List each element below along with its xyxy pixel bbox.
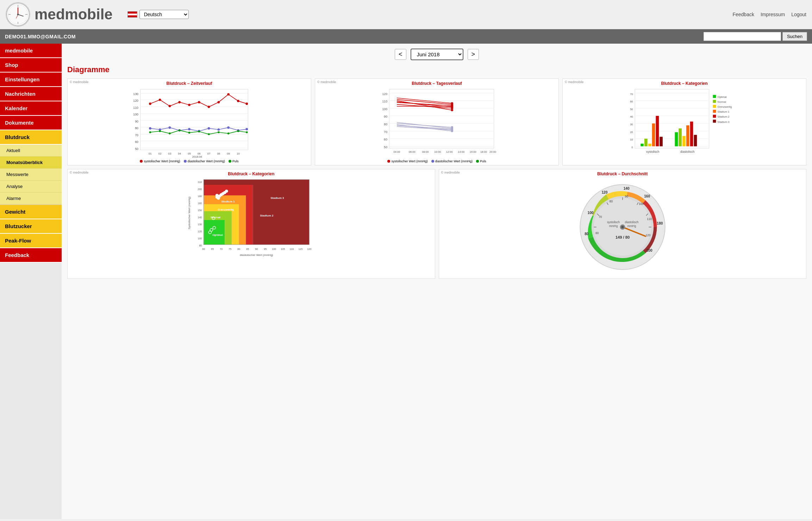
- sidebar-item-blutzucker[interactable]: Blutzucker: [0, 219, 62, 234]
- svg-text:90: 90: [135, 120, 138, 123]
- svg-text:140: 140: [623, 187, 629, 190]
- svg-text:14:00: 14:00: [458, 150, 464, 153]
- svg-text:Stadium 1: Stadium 1: [221, 200, 235, 203]
- top-right-nav: Feedback Impressum Logout: [732, 12, 806, 17]
- svg-text:16:00: 16:00: [470, 150, 476, 153]
- svg-text:60: 60: [630, 100, 633, 103]
- sidebar-item-feedback[interactable]: Feedback: [0, 248, 62, 263]
- sidebar-item-aktuell[interactable]: Aktuell: [0, 145, 62, 157]
- svg-text:100: 100: [198, 237, 202, 240]
- sidebar-item-nachrichten[interactable]: Nachrichten: [0, 87, 62, 101]
- svg-text:140: 140: [198, 216, 202, 219]
- charts-row-2: © medmobile Blutdruck – Kategorien: [67, 169, 806, 279]
- svg-text:100: 100: [272, 248, 276, 250]
- svg-rect-142: [648, 144, 651, 146]
- svg-text:70: 70: [599, 215, 602, 219]
- sidebar-item-medmobile[interactable]: medmobile: [0, 44, 62, 58]
- svg-text:12:00: 12:00: [446, 150, 453, 153]
- svg-rect-158: [713, 105, 716, 108]
- sidebar-item-shop[interactable]: Shop: [0, 58, 62, 73]
- svg-point-107: [451, 109, 453, 111]
- svg-text:diastolisch: diastolisch: [680, 150, 694, 153]
- language-selector-wrap: Deutsch English: [127, 10, 189, 19]
- logout-link[interactable]: Logout: [791, 12, 806, 17]
- svg-text:40: 40: [630, 115, 633, 118]
- feedback-link[interactable]: Feedback: [732, 12, 754, 17]
- svg-point-9: [17, 14, 19, 15]
- sidebar-item-dokumente[interactable]: Dokumente: [0, 116, 62, 130]
- logo-med: med: [35, 6, 65, 23]
- sidebar-item-einstellungen[interactable]: Einstellungen: [0, 73, 62, 87]
- legend-tagesverlauf: systolischer Wert (mmHg) diastolischer W…: [317, 159, 556, 163]
- flag-icon: [127, 11, 137, 18]
- sidebar-item-analyse[interactable]: Analyse: [0, 181, 62, 193]
- svg-text:Stadium 2: Stadium 2: [260, 214, 274, 217]
- svg-text:02: 02: [158, 152, 162, 155]
- svg-rect-140: [641, 144, 644, 146]
- svg-point-54: [179, 129, 181, 131]
- language-select[interactable]: Deutsch English: [139, 10, 189, 19]
- svg-text:60: 60: [202, 248, 205, 250]
- svg-text:Stadium 1: Stadium 1: [718, 110, 730, 113]
- prev-month-button[interactable]: <: [395, 49, 406, 60]
- svg-text:130: 130: [198, 223, 202, 226]
- svg-point-61: [246, 131, 248, 133]
- svg-text:08:00: 08:00: [422, 150, 429, 153]
- svg-point-34: [198, 101, 200, 103]
- user-bar: DEMO01.MMO@GMAIL.COM Suchen: [0, 29, 812, 44]
- copyright-durchschnitt: © medmobile: [441, 171, 460, 174]
- svg-point-50: [246, 128, 248, 131]
- svg-point-59: [227, 132, 230, 134]
- sidebar-item-messwerte[interactable]: Messwerte: [0, 169, 62, 181]
- svg-rect-143: [652, 124, 655, 146]
- sidebar-item-gewicht[interactable]: Gewicht: [0, 205, 62, 219]
- chart-tagesverlauf: © medmobile Blutdruck – Tagesverlauf 50 …: [315, 79, 559, 165]
- title-zeitverlauf: Blutdruck – Zeitverlauf: [70, 81, 309, 86]
- sidebar-item-monatsueberblick[interactable]: Monatsüberblick: [0, 157, 62, 169]
- svg-text:Grenzwertig: Grenzwertig: [718, 105, 732, 108]
- svg-point-55: [188, 132, 190, 134]
- search-input[interactable]: [704, 32, 781, 41]
- svg-text:70: 70: [630, 93, 633, 96]
- gauge-container: 80 100 120 140 160 180 200 60 70 80 90 1…: [441, 178, 804, 276]
- copyright-kategorien-scatter: © medmobile: [70, 171, 88, 174]
- svg-rect-160: [713, 110, 716, 113]
- svg-text:90: 90: [384, 115, 387, 118]
- svg-text:04: 04: [178, 152, 181, 155]
- title-kategorien-scatter: Blutdruck – Kategorien: [70, 171, 433, 176]
- search-button[interactable]: Suchen: [782, 32, 807, 41]
- svg-text:100: 100: [639, 202, 644, 206]
- svg-text:20: 20: [630, 131, 633, 134]
- svg-text:70: 70: [135, 133, 138, 137]
- svg-text:diastolischer Wert (mmHg): diastolischer Wert (mmHg): [240, 253, 273, 257]
- svg-point-36: [218, 101, 220, 103]
- svg-text:Stadium 2: Stadium 2: [718, 115, 730, 118]
- sidebar-item-kalender[interactable]: Kalender: [0, 101, 62, 116]
- svg-rect-154: [713, 95, 716, 98]
- sidebar-item-blutdruck[interactable]: Blutdruck: [0, 130, 62, 145]
- svg-point-244: [621, 226, 624, 228]
- svg-text:04:00: 04:00: [394, 150, 400, 153]
- svg-text:20:00: 20:00: [489, 150, 496, 153]
- svg-text:80: 80: [237, 248, 240, 250]
- svg-text:160: 160: [644, 194, 650, 198]
- sidebar-sub-blutdruck: Aktuell Monatsüberblick Messwerte Analys…: [0, 145, 62, 205]
- svg-text:10:00: 10:00: [434, 150, 441, 153]
- svg-text:80: 80: [199, 244, 202, 247]
- month-select[interactable]: Juni 2018 Mai 2018 Juli 2018: [411, 49, 463, 60]
- svg-point-60: [237, 130, 239, 132]
- svg-text:90: 90: [625, 195, 628, 198]
- svg-point-38: [237, 100, 239, 102]
- sidebar-item-alarme[interactable]: Alarme: [0, 193, 62, 205]
- svg-point-104: [451, 102, 453, 104]
- sidebar-item-peakflow[interactable]: Peak-Flow: [0, 234, 62, 248]
- user-email: DEMO01.MMO@GMAIL.COM: [5, 34, 76, 39]
- next-month-button[interactable]: >: [468, 49, 479, 60]
- svg-text:03: 03: [168, 152, 171, 155]
- svg-text:mmHg: mmHg: [627, 224, 636, 228]
- svg-rect-149: [686, 125, 689, 146]
- svg-text:110: 110: [133, 106, 138, 109]
- svg-rect-166: [204, 220, 225, 245]
- svg-rect-172: [239, 204, 246, 245]
- impressum-link[interactable]: Impressum: [761, 12, 785, 17]
